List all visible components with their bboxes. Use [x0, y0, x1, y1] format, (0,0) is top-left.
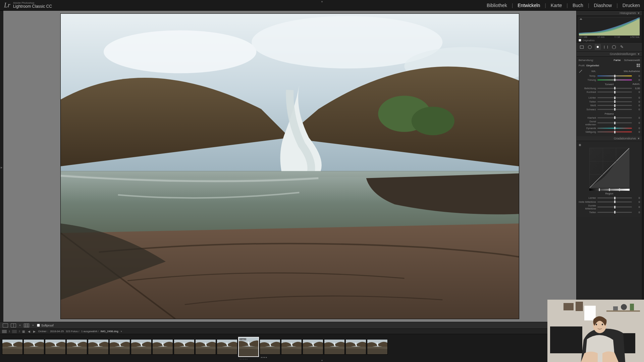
- clarity-slider[interactable]: [597, 117, 632, 118]
- softproof-toggle[interactable]: Softproof: [37, 324, 54, 327]
- main-photo[interactable]: [60, 13, 519, 319]
- curve-lights-slider[interactable]: [597, 201, 632, 202]
- tool-strip: ✎: [577, 42, 642, 52]
- meta-iso: ISO 100: [579, 36, 587, 38]
- selected-count: 1 ausgewählt /: [81, 330, 99, 333]
- filmstrip-thumb[interactable]: [66, 339, 87, 355]
- crop-tool-icon[interactable]: [579, 44, 585, 50]
- radial-tool-icon[interactable]: [611, 44, 617, 50]
- curve-highlights-label: Lichter: [579, 196, 597, 199]
- tint-label: Tönung: [579, 78, 597, 81]
- filmstrip-thumb[interactable]: [174, 339, 195, 355]
- blacks-slider[interactable]: [597, 109, 632, 110]
- saturation-value[interactable]: 0: [632, 130, 640, 133]
- svg-rect-52: [606, 310, 640, 312]
- module-book[interactable]: Buch: [573, 3, 583, 8]
- contrast-value[interactable]: 0: [632, 90, 640, 94]
- curve-highlights-slider[interactable]: [597, 197, 632, 198]
- blacks-value[interactable]: 0: [632, 108, 640, 111]
- exposure-value[interactable]: 0,00: [632, 87, 640, 90]
- collapse-top-icon[interactable]: ▼: [321, 0, 323, 3]
- next-photo-icon[interactable]: ▶: [33, 330, 36, 333]
- contrast-slider[interactable]: [597, 92, 632, 93]
- filmstrip-thumb[interactable]: [281, 339, 302, 355]
- dehaze-slider[interactable]: [597, 122, 632, 123]
- auto-tone-button[interactable]: Autom.: [633, 83, 640, 85]
- folder-date[interactable]: 2018-04-25: [50, 330, 64, 333]
- view-beforeafter-icon[interactable]: [11, 323, 16, 327]
- histogram-header[interactable]: Histogramm▼: [577, 11, 642, 16]
- vibrance-slider[interactable]: [597, 128, 632, 129]
- module-slideshow[interactable]: Diashow: [594, 3, 612, 8]
- treatment-bw[interactable]: Schwarzweiß: [624, 59, 640, 62]
- curve-lights-value[interactable]: 0: [632, 200, 640, 203]
- profile-browser-icon[interactable]: [637, 64, 640, 67]
- right-panel-scrollbar[interactable]: [642, 11, 644, 322]
- temp-value[interactable]: 0: [632, 74, 640, 77]
- filmstrip-thumb[interactable]: 1 von 2★★★★★: [238, 337, 259, 357]
- exposure-slider[interactable]: [597, 88, 632, 89]
- spot-tool-icon[interactable]: [587, 44, 593, 50]
- filmstrip-thumb[interactable]: [2, 339, 23, 355]
- tone-curve-graph[interactable]: [589, 148, 630, 188]
- whites-value[interactable]: 0: [632, 104, 640, 107]
- curve-darks-slider[interactable]: [597, 206, 632, 207]
- filmstrip-thumb[interactable]: [195, 339, 216, 355]
- highlights-label: Lichter: [579, 96, 597, 99]
- current-filename[interactable]: IMG_2498.dng: [101, 330, 118, 333]
- filmstrip-thumb[interactable]: [303, 339, 323, 355]
- grid-view-icon[interactable]: ▦: [22, 330, 25, 333]
- gradient-tool-icon[interactable]: [603, 44, 609, 50]
- redeye-tool-icon[interactable]: [595, 44, 601, 50]
- filmstrip-thumb[interactable]: [109, 339, 130, 355]
- filmstrip-thumb[interactable]: [88, 339, 109, 355]
- histogram-graph[interactable]: [579, 17, 640, 35]
- second-window-icon[interactable]: [12, 330, 17, 333]
- highlights-slider[interactable]: [597, 97, 632, 98]
- module-develop[interactable]: Entwickeln: [518, 3, 540, 8]
- curve-shadows-value[interactable]: 0: [632, 211, 640, 214]
- saturation-slider[interactable]: [597, 131, 632, 132]
- curve-highlights-value[interactable]: 0: [632, 196, 640, 199]
- curve-shadows-slider[interactable]: [597, 212, 632, 213]
- filmstrip-thumb[interactable]: [23, 339, 44, 355]
- view-grid-icon[interactable]: [24, 323, 29, 327]
- filmstrip-thumb[interactable]: [131, 339, 152, 355]
- filmstrip-thumb[interactable]: [45, 339, 66, 355]
- treatment-color[interactable]: Farbe: [614, 59, 621, 62]
- curve-range-strip[interactable]: [589, 189, 630, 191]
- whites-slider[interactable]: [597, 105, 632, 106]
- view-loupe-icon[interactable]: [3, 323, 8, 327]
- wb-dropdown[interactable]: Wie Aufnahme: [624, 70, 640, 73]
- wb-eyedropper-icon[interactable]: [579, 69, 583, 73]
- curve-darks-value[interactable]: 0: [632, 205, 640, 208]
- filmstrip-thumb[interactable]: [217, 339, 237, 355]
- second-monitor-icon[interactable]: [2, 330, 7, 333]
- loupe-view[interactable]: [3, 11, 576, 322]
- brush-tool-icon[interactable]: ✎: [619, 44, 625, 50]
- module-map[interactable]: Karte: [551, 3, 562, 8]
- filmstrip-thumb[interactable]: [324, 339, 345, 355]
- highlights-value[interactable]: 0: [632, 96, 640, 99]
- prev-photo-icon[interactable]: ◀: [28, 330, 31, 333]
- filmstrip-thumb[interactable]: [367, 339, 388, 355]
- original-photo-toggle[interactable]: Originalfoto: [579, 39, 640, 42]
- module-print[interactable]: Drucken: [623, 3, 640, 8]
- filmstrip-thumb[interactable]: [152, 339, 173, 355]
- tint-slider[interactable]: [597, 79, 632, 80]
- clarity-value[interactable]: 0: [632, 116, 640, 119]
- curve-target-icon[interactable]: ◉: [579, 143, 640, 147]
- profile-value[interactable]: Eingebettet: [586, 64, 599, 67]
- shadows-slider[interactable]: [597, 101, 632, 102]
- dehaze-value[interactable]: 0: [632, 121, 640, 124]
- filmstrip-thumb[interactable]: [345, 339, 366, 355]
- basic-header[interactable]: Grundeinstellungen▼: [577, 52, 642, 57]
- shadows-value[interactable]: 0: [632, 100, 640, 103]
- vibrance-value[interactable]: 0: [632, 127, 640, 130]
- module-library[interactable]: Bibliothek: [487, 3, 507, 8]
- expand-left-panel-icon[interactable]: [0, 11, 3, 322]
- temp-slider[interactable]: [597, 75, 632, 76]
- tonecurve-header[interactable]: Gradationskurve▼: [577, 136, 642, 141]
- filmstrip-thumb[interactable]: ★★★★: [260, 339, 280, 355]
- tint-value[interactable]: 0: [632, 78, 640, 81]
